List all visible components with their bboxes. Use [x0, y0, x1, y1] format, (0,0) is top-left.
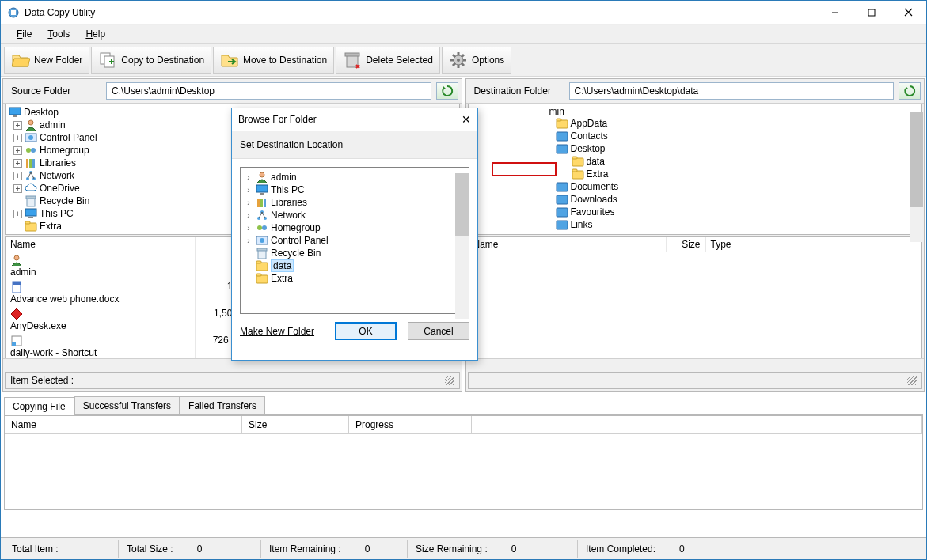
- col-size[interactable]: Size: [242, 416, 349, 433]
- tree-item[interactable]: Links: [571, 219, 593, 230]
- copy-icon: [98, 51, 117, 70]
- options-label: Options: [472, 55, 504, 66]
- tree-item[interactable]: Contacts: [571, 131, 608, 142]
- resize-grip[interactable]: [445, 376, 454, 385]
- tree-item-data[interactable]: data: [587, 156, 605, 167]
- col-size[interactable]: Size: [667, 237, 706, 252]
- folder-blue-icon: [556, 130, 568, 142]
- expand-icon[interactable]: +: [13, 210, 22, 218]
- v-scrollbar[interactable]: [910, 112, 923, 242]
- minimize-button[interactable]: [817, 1, 853, 25]
- source-refresh-button[interactable]: [436, 82, 458, 100]
- tree-item[interactable]: Recycle Bin: [271, 248, 321, 259]
- menu-tools[interactable]: Tools: [41, 27, 76, 41]
- folder-blue-icon: [556, 218, 568, 231]
- homegroup-icon: [256, 221, 268, 234]
- status-item-rem-value: 0: [365, 543, 370, 554]
- window-title: Data Copy Utility: [25, 7, 817, 18]
- chevron-right-icon[interactable]: ›: [244, 199, 253, 207]
- chevron-right-icon[interactable]: ›: [244, 186, 253, 195]
- status-bar: Total Item : Total Size :0 Item Remainin…: [1, 537, 926, 559]
- col-type[interactable]: Type: [706, 237, 922, 252]
- col-rest[interactable]: [472, 416, 922, 433]
- copy-to-destination-button[interactable]: Copy to Destination: [91, 47, 211, 74]
- tree-item[interactable]: Libraries: [271, 197, 307, 208]
- resize-grip[interactable]: [907, 376, 917, 385]
- tree-item[interactable]: Desktop: [24, 107, 59, 118]
- chevron-right-icon[interactable]: ›: [244, 173, 253, 182]
- expand-icon[interactable]: +: [13, 146, 22, 155]
- tree-item[interactable]: Libraries: [40, 157, 76, 168]
- folder-blue-icon: [556, 180, 568, 193]
- expand-icon[interactable]: +: [13, 159, 22, 168]
- folder-blue-icon: [556, 193, 568, 206]
- tree-item[interactable]: Documents: [571, 181, 619, 192]
- tree-item[interactable]: This PC: [271, 184, 305, 195]
- tree-item[interactable]: admin: [271, 172, 297, 183]
- chevron-right-icon[interactable]: ›: [244, 236, 253, 245]
- delete-selected-button[interactable]: Delete Selected: [336, 47, 440, 74]
- tree-item[interactable]: Control Panel: [40, 132, 97, 143]
- cancel-button[interactable]: Cancel: [408, 322, 469, 340]
- col-name[interactable]: Name: [469, 237, 667, 252]
- col-progress[interactable]: Progress: [349, 416, 472, 433]
- chevron-right-icon[interactable]: ›: [244, 224, 253, 233]
- tree-item[interactable]: min: [549, 106, 564, 117]
- move-to-destination-button[interactable]: Move to Destination: [213, 47, 334, 74]
- tab-successful[interactable]: Successful Transfers: [74, 396, 180, 414]
- tree-item[interactable]: Extra: [587, 168, 609, 180]
- expand-icon[interactable]: +: [13, 184, 22, 193]
- tree-item[interactable]: Network: [40, 170, 74, 181]
- tree-item[interactable]: Desktop: [571, 143, 606, 154]
- tree-item[interactable]: Extra: [40, 221, 62, 232]
- tree-item[interactable]: admin: [40, 119, 66, 131]
- dialog-folder-tree[interactable]: ›admin ›This PC ›Libraries ›Network ›Hom…: [240, 167, 469, 314]
- status-total-size-value: 0: [197, 543, 203, 554]
- destination-list[interactable]: Name Size Type: [468, 236, 923, 358]
- new-folder-label: New Folder: [34, 55, 82, 66]
- tree-item[interactable]: Favourites: [571, 206, 615, 218]
- col-name[interactable]: Name: [5, 416, 242, 433]
- options-button[interactable]: Options: [442, 47, 511, 74]
- tree-item[interactable]: Downloads: [571, 194, 617, 205]
- new-folder-button[interactable]: New Folder: [4, 47, 89, 74]
- expand-icon[interactable]: +: [13, 121, 22, 130]
- menu-file[interactable]: File: [10, 27, 38, 41]
- status-item-comp-value: 0: [679, 543, 685, 554]
- tree-item[interactable]: This PC: [40, 208, 74, 219]
- tab-failed[interactable]: Failed Transfers: [180, 396, 265, 414]
- chevron-right-icon[interactable]: ›: [244, 211, 253, 220]
- transfer-tabs: Copying File Successful Transfers Failed…: [4, 396, 923, 415]
- tree-item-selected[interactable]: data: [271, 259, 294, 272]
- h-scrollbar[interactable]: [466, 358, 925, 372]
- expand-icon[interactable]: +: [13, 172, 22, 180]
- dialog-close-button[interactable]: ✕: [462, 113, 471, 126]
- col-name[interactable]: Name: [6, 237, 196, 252]
- homegroup-icon: [25, 144, 37, 157]
- tree-item[interactable]: Network: [271, 210, 306, 221]
- tree-item[interactable]: Extra: [271, 273, 293, 284]
- tree-item[interactable]: OneDrive: [40, 183, 80, 194]
- ok-button[interactable]: OK: [335, 322, 397, 340]
- menu-help[interactable]: Help: [79, 27, 112, 41]
- tab-copying[interactable]: Copying File: [4, 397, 74, 415]
- tree-item[interactable]: Control Panel: [271, 235, 329, 246]
- make-new-folder-button[interactable]: Make New Folder: [240, 322, 314, 340]
- close-button[interactable]: [890, 1, 926, 25]
- highlight-box: [492, 162, 557, 176]
- folder-icon: [256, 259, 268, 272]
- destination-path-input[interactable]: [569, 82, 895, 100]
- source-path-input[interactable]: [106, 82, 431, 100]
- folder-blue-icon: [556, 206, 568, 218]
- expand-icon[interactable]: +: [13, 134, 22, 142]
- destination-refresh-button[interactable]: [899, 82, 921, 100]
- tree-item[interactable]: Recycle Bin: [40, 195, 89, 206]
- monitor-icon: [9, 106, 21, 119]
- tree-item[interactable]: AppData: [571, 118, 608, 129]
- toolbar: New Folder Copy to Destination Move to D…: [1, 44, 926, 77]
- maximize-button[interactable]: [853, 1, 890, 25]
- tree-item[interactable]: Homegroup: [271, 222, 321, 233]
- dialog-scrollbar[interactable]: [455, 173, 469, 319]
- cpanel-icon: [25, 131, 37, 144]
- tree-item[interactable]: Homegroup: [40, 145, 89, 156]
